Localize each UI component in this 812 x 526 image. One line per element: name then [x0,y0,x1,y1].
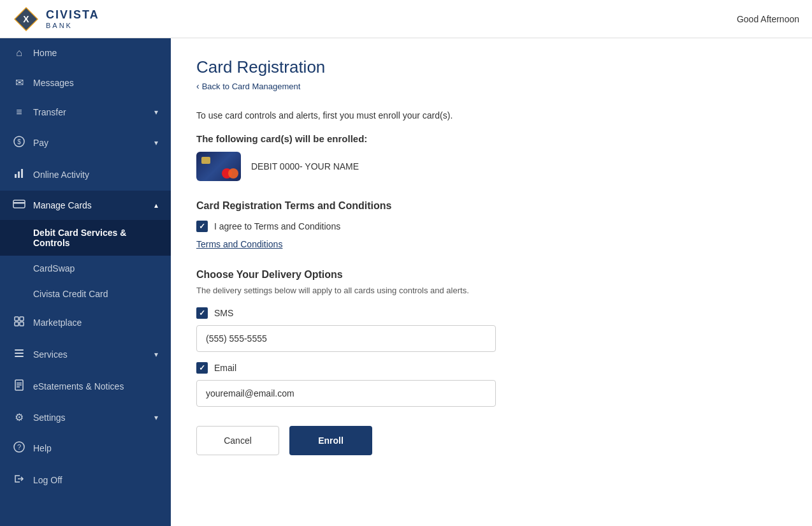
sidebar-item-transfer[interactable]: ≡ Transfer ▾ [0,98,171,127]
sidebar-item-label: eStatements & Notices [33,381,124,391]
sidebar-item-label: Messages [33,78,74,88]
activity-icon [13,168,25,182]
svg-rect-20 [17,384,22,386]
sidebar-subitem-debit-card[interactable]: Debit Card Services & Controls [0,220,171,256]
sidebar-item-label: Manage Cards [33,200,92,210]
chevron-down-icon: ▾ [154,138,158,147]
sms-option: SMS [196,307,787,352]
sidebar-item-label: Services [33,349,68,360]
card-preview: DEBIT 0000- YOUR NAME [196,152,787,181]
email-label: Email [214,363,236,373]
back-chevron-icon: ‹ [196,81,199,91]
sidebar-subitem-label: Civista Credit Card [33,289,108,299]
email-checkbox-row: Email [196,362,787,374]
sidebar-item-label: Pay [33,138,48,148]
sidebar-item-label: Marketplace [33,318,82,328]
estatements-icon [13,379,25,393]
email-input[interactable] [196,380,496,407]
svg-rect-13 [15,322,18,326]
sidebar-item-pay[interactable]: $ Pay ▾ [0,127,171,159]
delivery-section: Choose Your Delivery Options The deliver… [196,269,787,407]
logo-text: CIVISTA BANK [46,8,99,29]
sidebar-item-estatements[interactable]: eStatements & Notices [0,370,171,402]
cancel-button[interactable]: Cancel [196,426,279,455]
svg-rect-6 [15,174,17,178]
help-icon: ? [13,441,25,455]
sidebar-item-label: Log Off [33,475,62,485]
chevron-up-icon: ▴ [154,201,158,210]
sidebar-item-marketplace[interactable]: Marketplace [0,307,171,339]
settings-icon: ⚙ [13,411,25,423]
sidebar-item-label: Help [33,443,52,453]
svg-rect-8 [21,169,23,178]
svg-rect-12 [20,317,24,321]
terms-checkbox-row: I agree to Terms and Conditions [196,221,787,232]
svg-rect-14 [20,322,24,326]
svg-rect-15 [15,349,24,351]
sidebar-item-services[interactable]: Services ▾ [0,339,171,370]
svg-rect-16 [15,353,24,354]
messages-icon: ✉ [13,77,25,89]
app-header: X CIVISTA BANK Good Afternoon [0,0,812,38]
card-image [196,152,241,181]
intro-text: To use card controls and alerts, first y… [196,110,787,121]
sms-checkbox[interactable] [196,307,208,319]
sidebar-item-settings[interactable]: ⚙ Settings ▾ [0,402,171,432]
svg-rect-10 [13,202,25,204]
bank-sub: BANK [46,22,99,29]
sidebar-item-logoff[interactable]: Log Off [0,464,171,496]
sidebar-item-messages[interactable]: ✉ Messages [0,68,171,98]
logo: X CIVISTA BANK [13,6,99,33]
sms-label: SMS [214,308,233,318]
terms-checkbox-label: I agree to Terms and Conditions [214,221,340,231]
sidebar-subitem-label: Debit Card Services & Controls [33,228,158,248]
sidebar-item-label: Settings [33,413,66,423]
svg-text:X: X [23,14,29,24]
svg-text:?: ? [17,443,21,451]
sidebar-item-online-activity[interactable]: Online Activity [0,159,171,191]
svg-rect-9 [13,200,25,208]
terms-conditions-link[interactable]: Terms and Conditions [196,239,282,249]
sms-checkbox-row: SMS [196,307,787,319]
logo-icon: X [13,6,40,33]
svg-rect-7 [18,172,20,178]
sidebar-item-label: Transfer [33,107,66,117]
terms-title: Card Registration Terms and Conditions [196,200,787,212]
action-buttons: Cancel Enroll [196,426,787,455]
sidebar-item-help[interactable]: ? Help [0,432,171,464]
svg-text:$: $ [17,138,21,145]
email-checkbox[interactable] [196,362,208,374]
sms-input[interactable] [196,325,496,352]
main-content: Card Registration ‹ Back to Card Managem… [171,38,812,526]
sidebar-item-label: Home [33,48,57,58]
home-icon: ⌂ [13,47,25,59]
enrolled-label: The following card(s) will be enrolled: [196,133,787,144]
delivery-description: The delivery settings below will apply t… [196,284,787,297]
page-title: Card Registration [196,57,787,77]
sidebar-subitem-cardswap[interactable]: CardSwap [0,256,171,281]
marketplace-icon [13,316,25,330]
chevron-down-icon: ▾ [154,413,158,422]
svg-rect-19 [17,383,22,384]
sidebar-item-manage-cards[interactable]: Manage Cards ▴ [0,191,171,220]
greeting-text: Good Afternoon [737,14,799,24]
sidebar-subitem-civista-credit[interactable]: Civista Credit Card [0,281,171,307]
terms-checkbox[interactable] [196,221,208,232]
card-display-name: DEBIT 0000- YOUR NAME [251,161,359,172]
chevron-down-icon: ▾ [154,350,158,359]
svg-rect-17 [15,356,24,357]
svg-rect-11 [15,317,18,321]
svg-rect-21 [17,386,20,388]
terms-section: Card Registration Terms and Conditions I… [196,200,787,250]
back-link[interactable]: ‹ Back to Card Management [196,81,787,91]
mastercard-logo [222,168,238,179]
card-chip [201,157,210,164]
chevron-down-icon: ▾ [154,108,158,117]
services-icon [13,347,25,362]
enroll-button[interactable]: Enroll [289,426,372,455]
sidebar: ⌂ Home ✉ Messages ≡ Transfer ▾ $ Pay ▾ O… [0,38,171,526]
card-icon [13,200,25,211]
bank-name: CIVISTA [46,8,99,22]
sidebar-item-home[interactable]: ⌂ Home [0,38,171,68]
mc-orange-circle [228,168,238,179]
